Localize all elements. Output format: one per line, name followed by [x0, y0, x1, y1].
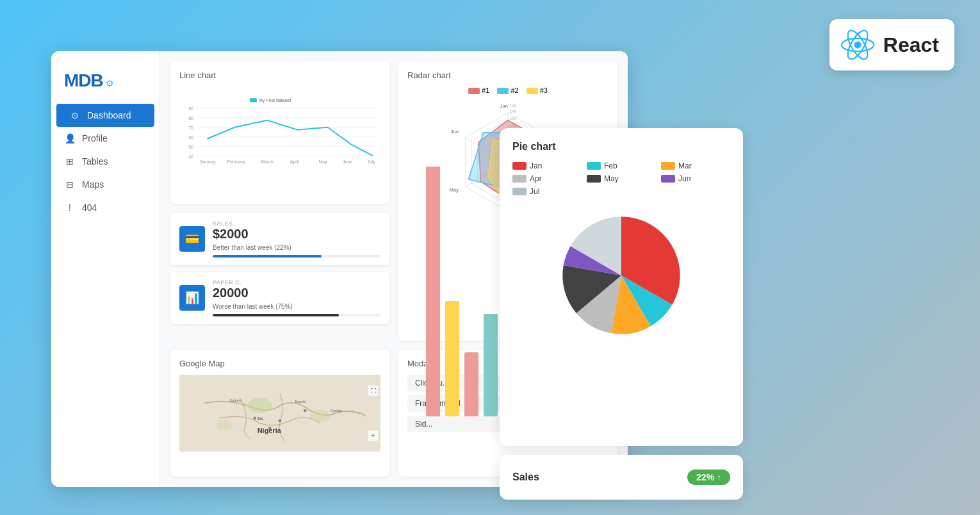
svg-text:July: July — [368, 159, 376, 165]
legend-label-mar: Mar — [678, 161, 692, 170]
right-panel: Pie chart Jan Feb Mar Apr May — [500, 128, 743, 500]
logo-text: MDB — [64, 70, 103, 91]
react-badge: React — [829, 19, 954, 70]
sidebar-item-label: Tables — [82, 156, 108, 167]
svg-text:60: 60 — [188, 135, 193, 140]
radar-legend-1: #1 — [468, 86, 489, 94]
legend-jun: Jun — [661, 174, 730, 183]
svg-text:Kaduna: Kaduna — [230, 398, 243, 402]
swatch-apr — [512, 175, 527, 183]
svg-text:January: January — [199, 159, 216, 165]
react-label: React — [883, 33, 939, 57]
stat-label-paper: PAPER C. — [213, 279, 380, 286]
svg-text:My First dataset: My First dataset — [259, 98, 291, 103]
legend-label-feb: Feb — [604, 161, 617, 170]
sales-card: Sales 22% ↑ — [500, 455, 743, 500]
sidebar-item-label: Profile — [82, 133, 108, 143]
legend-label-may: May — [604, 174, 619, 183]
stat-icon-sales: 💳 — [179, 226, 205, 252]
svg-text:Bauchi: Bauchi — [295, 400, 306, 404]
stat-info-paper: PAPER C. 20000 Worse than last week (75%… — [213, 279, 380, 316]
sidebar: MDB ⚙ ⊙ Dashboard 👤 Profile ⊞ Tables ⊟ M… — [51, 51, 160, 487]
profile-icon: 👤 — [64, 133, 76, 143]
map-svg: Jos Nigeria Kaduna Bauchi Gombe ⛶ + — [179, 375, 380, 452]
svg-point-56 — [247, 398, 272, 413]
sidebar-logo: MDB ⚙ — [51, 64, 159, 104]
tables-icon: ⊞ — [64, 156, 76, 167]
sidebar-item-profile[interactable]: 👤 Profile — [51, 127, 159, 150]
svg-text:70: 70 — [188, 126, 193, 130]
legend-jul: Jul — [512, 187, 582, 196]
pie-legend: Jan Feb Mar Apr May Jun — [512, 161, 730, 196]
legend-may: May — [587, 174, 656, 183]
svg-text:50: 50 — [188, 145, 193, 149]
svg-point-62 — [304, 409, 307, 412]
svg-text:Jun: Jun — [451, 129, 459, 135]
line-chart-title: Line chart — [179, 70, 380, 80]
sidebar-item-tables[interactable]: ⊞ Tables — [51, 150, 159, 173]
sidebar-item-dashboard[interactable]: ⊙ Dashboard — [56, 104, 154, 127]
svg-point-57 — [310, 409, 330, 421]
radar-legend-3: #3 — [527, 86, 548, 94]
line-chart-svg: My First dataset 90 80 70 60 50 40 Janua… — [179, 86, 380, 176]
sales-badge: 22% ↑ — [687, 470, 730, 485]
error-icon: ! — [64, 202, 76, 213]
swatch-jun — [661, 175, 675, 183]
radar-chart-title: Radar chart — [407, 70, 608, 80]
svg-text:February: February — [227, 159, 246, 165]
svg-text:160: 160 — [510, 103, 517, 108]
map-placeholder[interactable]: Jos Nigeria Kaduna Bauchi Gombe ⛶ + — [179, 375, 380, 452]
sidebar-item-maps[interactable]: ⊟ Maps — [51, 173, 159, 196]
pie-svg — [512, 205, 730, 346]
swatch-may — [587, 175, 601, 183]
legend-mar: Mar — [661, 161, 730, 170]
swatch-mar — [661, 162, 675, 170]
legend-jan: Jan — [512, 161, 582, 170]
stats-area: 💳 SALES $2000 Better than last week (22%… — [170, 213, 389, 340]
stat-info-sales: SALES $2000 Better than last week (22%) — [213, 220, 380, 258]
legend-label-jun: Jun — [678, 174, 690, 183]
svg-text:June: June — [343, 159, 352, 164]
stat-label-sales: SALES — [213, 220, 380, 227]
sidebar-nav: ⊙ Dashboard 👤 Profile ⊞ Tables ⊟ Maps ! … — [51, 104, 159, 219]
sidebar-item-label: 404 — [82, 202, 97, 213]
svg-text:May: May — [318, 159, 327, 165]
stat-sub-paper: Worse than last week (75%) — [213, 303, 380, 310]
stat-card-sales: 💳 SALES $2000 Better than last week (22%… — [170, 213, 389, 265]
svg-text:April: April — [290, 159, 300, 165]
svg-text:March: March — [261, 159, 274, 164]
swatch-feb — [587, 162, 601, 170]
maps-icon: ⊟ — [64, 179, 76, 190]
svg-point-61 — [279, 419, 282, 422]
svg-text:40: 40 — [188, 154, 193, 159]
svg-text:+: + — [371, 431, 375, 439]
stat-bar-fill-sales — [213, 255, 322, 258]
stat-value-paper: 20000 — [213, 286, 380, 300]
stat-bar-fill-paper — [213, 314, 339, 316]
chart-icon: 📊 — [185, 291, 199, 305]
map-card: Google Map Jos — [170, 350, 389, 477]
svg-point-0 — [854, 41, 861, 48]
svg-text:⛶: ⛶ — [371, 387, 377, 393]
svg-text:Jos: Jos — [257, 416, 263, 421]
svg-text:120: 120 — [510, 116, 517, 120]
sidebar-item-404[interactable]: ! 404 — [51, 196, 159, 219]
logo-icon: ⚙ — [106, 78, 114, 88]
svg-point-58 — [217, 420, 233, 430]
stat-bar-sales — [213, 255, 380, 258]
svg-text:May: May — [450, 187, 459, 193]
stat-bar-paper — [213, 314, 380, 316]
dashboard-icon: ⊙ — [69, 110, 81, 120]
svg-text:80: 80 — [188, 116, 193, 120]
legend-feb: Feb — [587, 161, 656, 170]
svg-text:90: 90 — [188, 106, 193, 111]
swatch-jan — [512, 162, 527, 170]
legend-label-apr: Apr — [530, 174, 542, 183]
credit-card-icon: 💳 — [185, 232, 199, 246]
svg-point-59 — [253, 416, 256, 420]
map-title: Google Map — [179, 359, 380, 368]
legend-apr: Apr — [512, 174, 582, 183]
legend-label-jan: Jan — [530, 161, 542, 170]
stat-value-sales: $2000 — [213, 227, 380, 241]
svg-rect-4 — [250, 98, 257, 102]
